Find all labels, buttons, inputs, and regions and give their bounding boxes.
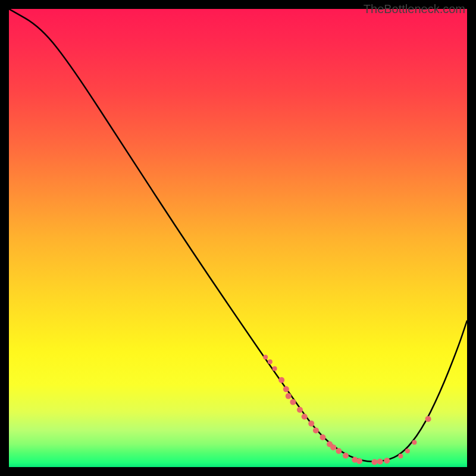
chart-marker — [384, 458, 390, 464]
chart-marker — [308, 421, 314, 427]
chart-marker — [278, 377, 284, 383]
chart-marker — [263, 355, 268, 359]
chart-marker — [398, 454, 403, 459]
chart-marker — [425, 416, 431, 422]
chart-svg — [9, 9, 467, 467]
chart-container: TheBottleneck.com — [0, 0, 476, 476]
chart-marker — [371, 459, 377, 465]
chart-marker — [268, 359, 273, 364]
watermark-text: TheBottleneck.com — [364, 2, 465, 16]
chart-marker — [343, 453, 349, 459]
chart-marker — [302, 414, 308, 419]
chart-marker — [286, 393, 292, 399]
chart-marker — [320, 434, 325, 440]
chart-marker — [336, 448, 342, 454]
chart-marker — [412, 440, 416, 444]
chart-marker — [313, 427, 319, 433]
chart-marker — [283, 386, 289, 392]
plot-area — [9, 9, 467, 467]
chart-marker — [290, 399, 296, 405]
chart-marker — [330, 444, 336, 450]
chart-marker — [405, 449, 410, 453]
chart-marker — [356, 458, 362, 464]
chart-curve-line — [9, 9, 467, 462]
chart-marker — [377, 459, 383, 465]
chart-marker — [273, 366, 277, 371]
chart-marker — [297, 407, 303, 413]
